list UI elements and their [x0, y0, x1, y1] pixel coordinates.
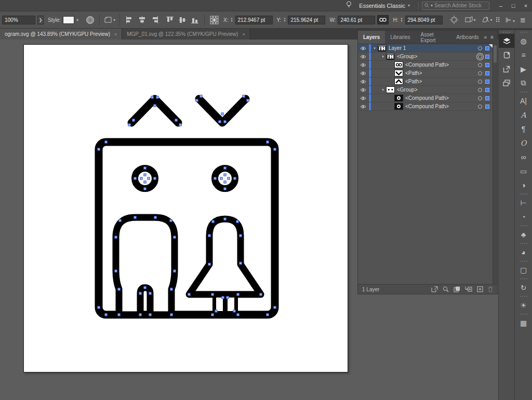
dock-grip[interactable]: [515, 259, 532, 263]
layers-dock-icon[interactable]: [499, 34, 514, 48]
panel-tab-artboards[interactable]: Artboards: [451, 31, 484, 44]
artboard[interactable]: [23, 44, 348, 372]
dock-grip[interactable]: [515, 30, 532, 34]
target-circle[interactable]: [478, 80, 482, 84]
layer-label[interactable]: <Group>: [397, 54, 417, 59]
w-value-field[interactable]: 240.61 pt: [338, 16, 375, 24]
layer-label[interactable]: <Group>: [397, 87, 417, 93]
dock-grip[interactable]: [515, 294, 532, 298]
selection-indicator[interactable]: [485, 96, 489, 100]
layer-thumbnail[interactable]: [394, 95, 403, 101]
h-value-field[interactable]: 294.8049 pt: [405, 16, 443, 24]
layer-thumbnail[interactable]: [394, 70, 403, 76]
layer-row[interactable]: ▾ <Group>: [358, 53, 493, 61]
target-circle[interactable]: [478, 46, 482, 50]
visibility-toggle[interactable]: [358, 61, 369, 69]
expand-chevron-icon[interactable]: ▾: [380, 55, 385, 59]
opacity-field[interactable]: 100%: [2, 16, 35, 24]
export-dock-icon[interactable]: [499, 62, 514, 76]
locate-object-icon[interactable]: [443, 286, 449, 292]
dock-grip[interactable]: [515, 90, 532, 94]
layer-thumbnail[interactable]: [386, 86, 395, 93]
expand-chevron-icon[interactable]: ▾: [380, 88, 385, 92]
dock-grip[interactable]: [515, 224, 532, 227]
free-distort-icon[interactable]: ▾: [481, 14, 493, 25]
dock-grip[interactable]: [499, 30, 514, 34]
panel-tab-asset-export[interactable]: Asset Export: [416, 31, 451, 44]
constrain-proportions-link-icon[interactable]: [377, 15, 389, 24]
reference-point-grid-icon[interactable]: [209, 14, 219, 25]
close-button[interactable]: ×: [520, 0, 532, 11]
layer-row[interactable]: <Compound Path>: [358, 61, 493, 69]
align-center-h-icon[interactable]: [137, 14, 147, 25]
panel-icon-0[interactable]: ◍: [515, 34, 532, 48]
layer-row[interactable]: <Compound Path>: [358, 102, 493, 111]
selection-indicator[interactable]: [485, 71, 489, 75]
elevator-pictogram-artwork[interactable]: [24, 45, 349, 373]
panel-icon-11[interactable]: ⊢: [515, 196, 532, 210]
panel-tab-layers[interactable]: Layers: [358, 31, 385, 44]
document-tab[interactable]: MGP_01.svg @ 122.35% (CMYK/GPU Preview) …: [122, 29, 250, 40]
arrange-documents-icon[interactable]: ⠿: [495, 16, 500, 24]
panel-icon-9[interactable]: ▭: [515, 164, 532, 178]
panel-icon-1[interactable]: ≡: [515, 48, 532, 62]
layer-label[interactable]: Layer 1: [389, 45, 406, 51]
visibility-toggle[interactable]: [358, 69, 369, 77]
new-sublayer-icon[interactable]: [465, 286, 472, 292]
canvas-area[interactable]: [0, 40, 356, 400]
selection-indicator[interactable]: [485, 80, 489, 84]
align-middle-v-icon[interactable]: [177, 14, 188, 25]
artboards-dock-icon[interactable]: [499, 76, 514, 90]
layer-label[interactable]: <Compound Path>: [405, 95, 449, 101]
make-mask-icon[interactable]: [454, 286, 460, 292]
visibility-toggle[interactable]: [358, 78, 369, 85]
layers-scrollbar[interactable]: [493, 44, 497, 284]
lightbulb-icon[interactable]: [343, 1, 354, 10]
layer-row[interactable]: <Compound Path>: [358, 94, 493, 102]
panel-icon-10[interactable]: ◑: [515, 178, 532, 192]
y-value-field[interactable]: 215.9624 pt: [288, 16, 325, 24]
dock-grip[interactable]: [515, 192, 532, 196]
layer-row[interactable]: <Path>: [358, 69, 493, 78]
opacity-more-button[interactable]: ❯: [37, 16, 44, 24]
new-layer-icon[interactable]: [477, 286, 483, 292]
expand-chevron-icon[interactable]: ▾: [372, 46, 377, 50]
minimize-button[interactable]: –: [495, 0, 507, 11]
panel-icon-16[interactable]: ↻: [515, 280, 532, 294]
dock-options-icon[interactable]: ⊫▾: [506, 16, 515, 24]
panel-tab-libraries[interactable]: Libraries: [385, 31, 415, 44]
selection-indicator[interactable]: [485, 55, 489, 59]
selection-indicator[interactable]: [485, 88, 489, 92]
transform-icon[interactable]: [449, 14, 459, 25]
visibility-toggle[interactable]: [358, 94, 369, 102]
panel-icon-13[interactable]: ♣: [515, 227, 532, 241]
target-circle[interactable]: [478, 71, 482, 75]
layer-thumbnail[interactable]: [394, 103, 403, 110]
document-tab[interactable]: ogram.svg @ 143.89% (CMYK/GPU Preview) ×: [0, 29, 122, 40]
panel-menu-icon[interactable]: ≡: [490, 34, 494, 40]
target-circle[interactable]: [478, 105, 482, 109]
panel-icon-3[interactable]: ⧉: [515, 76, 532, 90]
selection-indicator[interactable]: [485, 63, 489, 67]
x-stepper[interactable]: ▴▾: [231, 17, 233, 22]
layer-row[interactable]: ▾ <Group>: [358, 86, 493, 94]
target-circle[interactable]: [478, 63, 482, 67]
layer-label[interactable]: <Compound Path>: [405, 62, 449, 68]
tab-close-icon[interactable]: ×: [242, 32, 245, 37]
shape-builder-icon[interactable]: ▾: [464, 14, 476, 25]
workspace-switcher[interactable]: Essentials Classic ▾: [354, 3, 415, 9]
target-circle[interactable]: [478, 55, 482, 59]
align-left-icon[interactable]: [124, 14, 135, 25]
style-swatch[interactable]: [63, 16, 74, 24]
panel-icon-4[interactable]: A|: [515, 94, 532, 108]
panel-icon-6[interactable]: ¶: [515, 122, 532, 136]
panel-overflow-icon[interactable]: »: [484, 34, 487, 40]
align-right-icon[interactable]: [149, 14, 159, 25]
h-stepper[interactable]: ▴▾: [401, 17, 402, 22]
dock-grip[interactable]: [515, 277, 532, 280]
visibility-toggle[interactable]: [358, 44, 369, 52]
dock-grip[interactable]: [515, 241, 532, 245]
recolor-artwork-icon[interactable]: [85, 14, 95, 25]
layer-label[interactable]: <Compound Path>: [405, 104, 449, 109]
panel-icon-5[interactable]: A: [515, 108, 532, 122]
